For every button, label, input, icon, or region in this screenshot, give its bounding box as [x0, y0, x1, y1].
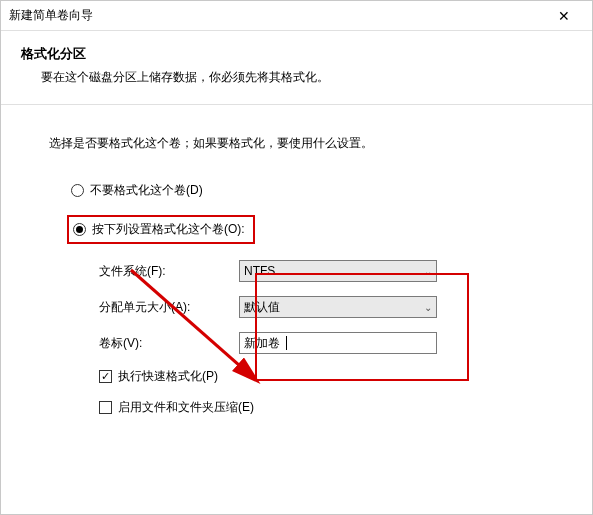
- checkbox-icon: [99, 401, 112, 414]
- compress-label: 启用文件和文件夹压缩(E): [118, 399, 254, 416]
- quick-format-row[interactable]: 执行快速格式化(P): [49, 368, 552, 385]
- page-subtitle: 要在这个磁盘分区上储存数据，你必须先将其格式化。: [21, 69, 572, 86]
- filesystem-row: 文件系统(F): NTFS ⌄: [49, 260, 552, 282]
- close-button[interactable]: ✕: [544, 2, 584, 30]
- allocation-select[interactable]: 默认值 ⌄: [239, 296, 437, 318]
- filesystem-value: NTFS: [244, 264, 275, 278]
- radio-icon: [73, 223, 86, 236]
- volume-label-value: 新加卷: [244, 335, 280, 352]
- allocation-row: 分配单元大小(A): 默认值 ⌄: [49, 296, 552, 318]
- svg-line-0: [131, 270, 256, 380]
- radio-no-format-label: 不要格式化这个卷(D): [90, 182, 203, 199]
- text-caret: [286, 336, 287, 350]
- allocation-label: 分配单元大小(A):: [99, 299, 239, 316]
- intro-text: 选择是否要格式化这个卷；如果要格式化，要使用什么设置。: [49, 135, 552, 152]
- radio-icon: [71, 184, 84, 197]
- quick-format-label: 执行快速格式化(P): [118, 368, 218, 385]
- window-title: 新建简单卷向导: [9, 7, 544, 24]
- chevron-down-icon: ⌄: [424, 302, 432, 313]
- volume-label-input[interactable]: 新加卷: [239, 332, 437, 354]
- close-icon: ✕: [558, 8, 570, 24]
- compress-row[interactable]: 启用文件和文件夹压缩(E): [49, 399, 552, 416]
- page-title: 格式化分区: [21, 45, 572, 63]
- allocation-value: 默认值: [244, 299, 280, 316]
- titlebar: 新建简单卷向导 ✕: [1, 1, 592, 31]
- wizard-dialog: 新建简单卷向导 ✕ 格式化分区 要在这个磁盘分区上储存数据，你必须先将其格式化。…: [0, 0, 593, 515]
- content-area: 选择是否要格式化这个卷；如果要格式化，要使用什么设置。 不要格式化这个卷(D) …: [1, 105, 592, 450]
- annotation-box: [255, 273, 469, 381]
- filesystem-label: 文件系统(F):: [99, 263, 239, 280]
- volume-label-row: 卷标(V): 新加卷: [49, 332, 552, 354]
- checkbox-icon: [99, 370, 112, 383]
- radio-format-row[interactable]: 按下列设置格式化这个卷(O):: [67, 215, 255, 244]
- volume-label-label: 卷标(V):: [99, 335, 239, 352]
- radio-no-format-row[interactable]: 不要格式化这个卷(D): [49, 182, 552, 199]
- wizard-header: 格式化分区 要在这个磁盘分区上储存数据，你必须先将其格式化。: [1, 31, 592, 104]
- filesystem-select[interactable]: NTFS ⌄: [239, 260, 437, 282]
- chevron-down-icon: ⌄: [424, 266, 432, 277]
- radio-format-label: 按下列设置格式化这个卷(O):: [92, 221, 245, 238]
